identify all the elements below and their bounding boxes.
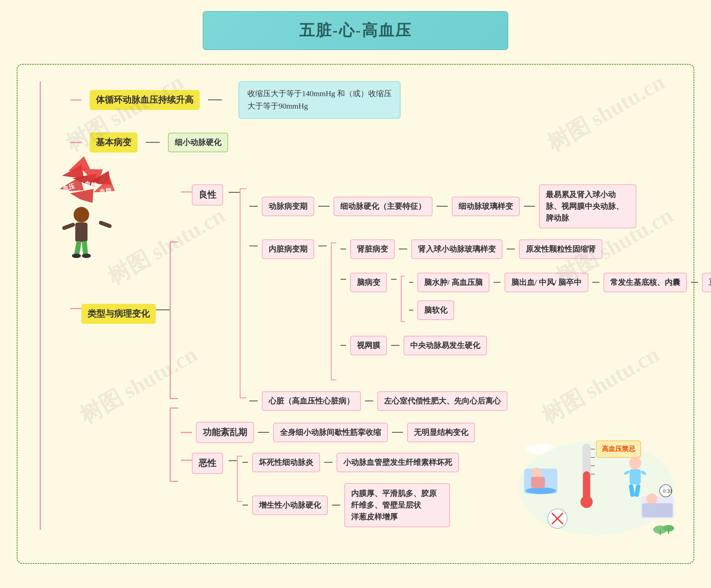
right-illustration-svg: 高血压禁忌 — [516, 435, 677, 541]
huaisi-desc: 小动脉血管壁发生纤维素样坏死 — [337, 453, 459, 472]
gongneng-label: 功能紊乱期 — [196, 422, 254, 443]
liangxing-row: 良性 动脉病变期 — [181, 184, 711, 411]
naoruan-row: 脑软化 — [409, 301, 711, 320]
jbby-connector-line — [70, 142, 81, 143]
xinzang-label: 心脏（高血压性心脏病） — [262, 391, 361, 411]
zengsheng-label: 增生性小动脉硬化 — [252, 496, 328, 515]
naoruan-label: 脑软化 — [417, 301, 454, 320]
svg-rect-41 — [642, 503, 673, 517]
neizang-sub-list: 肾脏病变 肾入球小动脉玻璃样变 原发性颗粒性固缩肾 脑病变 — [341, 239, 711, 355]
douwen-label: 豆纹动脉 — [702, 273, 711, 292]
shenzang-label: 肾脏病变 — [350, 239, 395, 259]
liangxing-sub-tree: 动脉病变期 细动脉硬化（主要特征） 细动脉玻璃样变 最易累及肾入球小动脉、视网膜… — [250, 184, 711, 411]
boli-label: 细动脉玻璃样变 — [452, 197, 520, 216]
svg-point-22 — [580, 496, 593, 508]
nao-sub-list: 脑水肿/ 高血压脑 脑出血/ 中风/ 脑卒中 常发生基底核、内囊 豆纹动脉 — [409, 273, 711, 320]
exing-label: 恶性 — [192, 453, 223, 474]
svg-text:血压: 血压 — [62, 182, 76, 193]
svg-rect-21 — [583, 471, 590, 500]
naochu-label: 脑出血/ 中风/ 脑卒中 — [505, 273, 588, 292]
ex-connector — [181, 460, 192, 461]
zengsheng-desc: 内膜厚、平滑肌多、胶原纤维多、管壁呈层状洋葱皮样增厚 — [344, 483, 450, 527]
svg-point-52 — [539, 443, 553, 452]
page-title: 五脏-心-高血压 — [203, 20, 508, 41]
svg-rect-32 — [531, 477, 545, 488]
main-content: 树图 shutu.cn 树图 shutu.cn 树图 shutu.cn 树图 s… — [17, 64, 694, 564]
svg-rect-49 — [660, 530, 661, 535]
svg-rect-10 — [62, 222, 76, 231]
yuan-shen: 原发性颗粒性固缩肾 — [519, 239, 602, 259]
page-container: 五脏-心-高血压 树图 shutu.cn 树图 shutu.cn 树图 shut… — [0, 0, 711, 588]
dongmai-label: 动脉病变期 — [262, 197, 314, 216]
neizang-label: 内脏病变期 — [262, 239, 314, 259]
tixy-label: 体循环动脉血压持续升高 — [90, 90, 200, 110]
shen-boli: 肾入球小动脉玻璃样变 — [411, 239, 502, 259]
xidongmai-label: 细动脉硬化（主要特征） — [333, 197, 432, 216]
nao-row: 脑病变 — [341, 273, 711, 322]
huaisi-row: 坏死性细动脉炎 小动脉血管壁发生纤维素样坏死 — [242, 453, 459, 472]
svg-rect-50 — [668, 528, 669, 534]
lxbh-label: 类型与病理变化 — [81, 304, 156, 324]
svg-text:高血压禁忌: 高血压禁忌 — [602, 445, 635, 453]
svg-rect-34 — [630, 469, 641, 484]
exing-sub-list: 坏死性细动脉炎 小动脉血管壁发生纤维素样坏死 增生性小动脉硬化 内膜厚、平滑肌多… — [242, 453, 459, 527]
jbby-label: 基本病变 — [90, 132, 137, 152]
lxbh-connector — [70, 308, 81, 309]
neizang-row: 内脏病变期 — [250, 239, 711, 380]
shiwangmo-label: 视网膜 — [350, 336, 387, 355]
zhongyang-label: 中央动脉易发生硬化 — [404, 336, 487, 355]
svg-point-30 — [525, 487, 556, 494]
svg-text:0:30: 0:30 — [663, 488, 672, 494]
xinzang-row: 心脏（高血压性心脏病） 左心室代偿性肥大、先向心后离心 — [250, 391, 711, 411]
tixy-connector-line — [70, 100, 81, 101]
huaisi-label: 坏死性细动脉炎 — [252, 453, 320, 472]
gongneng-sub: 全身细小动脉间歇性筋挛收缩 — [273, 423, 388, 442]
svg-point-14 — [72, 254, 81, 258]
jbby-row: 基本病变 细小动脉硬化 — [70, 132, 671, 152]
svg-point-31 — [532, 468, 542, 478]
shenzang-row: 肾脏病变 肾入球小动脉玻璃样变 原发性颗粒性固缩肾 — [341, 239, 711, 259]
liangxing-label: 良性 — [192, 184, 223, 205]
tixy-row: 体循环动脉血压持续升高 收缩压大于等于140mmHg 和（或）收缩压大于等于90… — [70, 81, 671, 118]
naoshui-label: 脑水肿/ 高血压脑 — [417, 273, 489, 292]
most-affect-label: 最易累及肾入球小动脉、视网膜中央动脉、脾动脉 — [539, 184, 636, 228]
gongneng-desc: 无明显结构变化 — [407, 423, 475, 442]
lx-h-connector — [229, 192, 240, 193]
naoshuizhong-row: 脑水肿/ 高血压脑 脑出血/ 中风/ 脑卒中 常发生基底核、内囊 豆纹动脉 — [409, 273, 711, 292]
tixy-arrow — [208, 100, 222, 100]
naobingbian-label: 脑病变 — [350, 273, 387, 292]
jbby-arrow — [146, 142, 160, 143]
svg-point-40 — [646, 494, 658, 505]
lxbh-h-connector — [156, 309, 170, 310]
tixy-info: 收缩压大于等于140mmHg 和（或）收缩压大于等于90mmHg — [239, 81, 401, 118]
title-bar: 五脏-心-高血压 — [203, 11, 508, 50]
zengsheng-row: 增生性小动脉硬化 内膜厚、平滑肌多、胶原纤维多、管壁呈层状洋葱皮样增厚 — [242, 483, 459, 527]
lx-connector — [181, 191, 192, 193]
jidi-label: 常发生基底核、内囊 — [604, 273, 687, 292]
right-illustration: 高血压禁忌 — [516, 435, 677, 541]
shiwangmo-row: 视网膜 中央动脉易发生硬化 — [341, 336, 711, 355]
dongmai-row: 动脉病变期 细动脉硬化（主要特征） 细动脉玻璃样变 最易累及肾入球小动脉、视网膜… — [250, 184, 711, 228]
svg-point-53 — [525, 445, 537, 452]
svg-point-33 — [629, 457, 641, 469]
left-pink-bar — [40, 81, 41, 530]
jbby-sub: 细小动脉硬化 — [168, 133, 228, 152]
xinzang-desc: 左心室代偿性肥大、先向心后离心 — [378, 391, 508, 411]
